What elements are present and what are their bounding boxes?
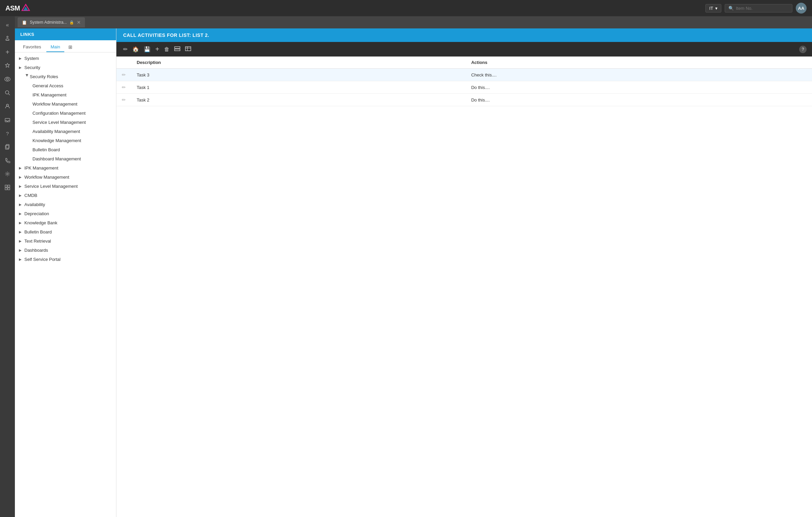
eye-icon[interactable] <box>1 73 14 85</box>
search-box: 🔍 <box>725 4 792 13</box>
app-logo[interactable]: ASM <box>5 4 30 13</box>
svg-rect-16 <box>8 188 10 190</box>
edit-icon[interactable]: ✏ <box>122 72 126 77</box>
search-input[interactable] <box>736 6 789 11</box>
search-rail-icon[interactable] <box>1 87 14 99</box>
tree-item-system[interactable]: ▶ System <box>15 54 116 63</box>
tree-item-depreciation[interactable]: ▶ Depreciation <box>15 209 116 218</box>
save-button[interactable]: 💾 <box>142 45 152 53</box>
inbox-icon[interactable] <box>1 114 14 126</box>
tree-item-general-access[interactable]: General Access <box>15 81 116 90</box>
tree-item-bulletin-board[interactable]: ▶ Bulletin Board <box>15 227 116 237</box>
arrow-icon: ▶ <box>19 66 24 69</box>
topbar-right: IT ▾ 🔍 AA <box>705 3 807 14</box>
tree-item-service-level-management[interactable]: ▶ Service Level Management <box>15 182 116 191</box>
svg-point-5 <box>6 78 8 80</box>
edit-icon[interactable]: ✏ <box>122 85 126 90</box>
toolbar: ✏ 🏠 💾 + 🗑 ? <box>116 42 812 57</box>
tree-item-text-retrieval[interactable]: ▶ Text Retrieval <box>15 237 116 246</box>
it-dropdown[interactable]: IT ▾ <box>705 4 721 13</box>
tree-item-cmdb[interactable]: ▶ CMDB <box>15 191 116 200</box>
arrow-icon: ▶ <box>19 230 24 234</box>
content-layout: LINKS Favorites Main ⊞ ▶ Syst <box>15 28 812 517</box>
table-row: ✏ Task 1 Do this.... <box>116 81 812 94</box>
tree-item-self-service-portal[interactable]: ▶ Self Service Portal <box>15 255 116 264</box>
collapse-icon[interactable]: « <box>1 19 14 31</box>
tree-item-ipk-management-sub[interactable]: IPK Management <box>15 90 116 99</box>
sidebar-header: LINKS <box>15 28 116 40</box>
main-area: 📋 System Administra... 🔒 ✕ LINKS Favorit… <box>15 16 812 517</box>
copy-icon[interactable] <box>1 141 14 153</box>
delete-button[interactable]: 🗑 <box>163 46 171 53</box>
svg-point-6 <box>5 91 9 94</box>
arrow-icon: ▶ <box>25 74 29 80</box>
tree-item-knowledge-bank[interactable]: ▶ Knowledge Bank <box>15 218 116 227</box>
arrow-icon: ▶ <box>19 212 24 216</box>
tree-item-security[interactable]: ▶ Security <box>15 63 116 72</box>
add-icon[interactable]: + <box>1 46 14 58</box>
tab-icon: 📋 <box>22 20 27 25</box>
row-edit-cell: ✏ <box>116 69 131 81</box>
tree-item-workflow-management-sub[interactable]: Workflow Management <box>15 99 116 109</box>
table-header-row: Description Actions <box>116 57 812 69</box>
tree-item-configuration-management[interactable]: Configuration Management <box>15 109 116 118</box>
svg-point-2 <box>7 36 8 38</box>
icon-rail: « + ? <box>0 16 15 517</box>
svg-rect-3 <box>6 40 9 41</box>
tree-item-bulletin-board-sub[interactable]: Bulletin Board <box>15 145 116 154</box>
svg-line-7 <box>8 94 10 95</box>
phone-icon[interactable] <box>1 154 14 166</box>
edit-icon[interactable]: ✏ <box>122 97 126 103</box>
row-edit-cell: ✏ <box>116 94 131 106</box>
tree-item-workflow-management[interactable]: ▶ Workflow Management <box>15 173 116 182</box>
person-icon[interactable] <box>1 100 14 112</box>
pin-icon[interactable] <box>1 60 14 72</box>
gear-icon[interactable] <box>1 168 14 180</box>
svg-rect-14 <box>8 185 10 187</box>
svg-rect-19 <box>185 47 191 51</box>
edit-tool-button[interactable]: ✏ <box>122 45 129 53</box>
tab-main[interactable]: Main <box>46 42 64 52</box>
tab-close-button[interactable]: ✕ <box>77 20 81 25</box>
arrow-icon: ▶ <box>19 184 24 188</box>
content-panel: CALL ACTIVITIES FOR LIST: LIST 2. ✏ 🏠 💾 … <box>116 28 812 517</box>
edit-col-header <box>116 57 131 69</box>
notifications-icon[interactable] <box>1 32 14 45</box>
svg-rect-17 <box>175 47 180 48</box>
row-description-cell: Task 2 <box>131 94 466 106</box>
arrow-icon: ▶ <box>19 203 24 206</box>
tree-item-service-level-management-sub[interactable]: Service Level Management <box>15 118 116 127</box>
tree-item-availability-management-sub[interactable]: Availability Management <box>15 127 116 136</box>
tree-item-dashboard-management[interactable]: Dashboard Management <box>15 154 116 163</box>
row-actions-cell: Do this.... <box>466 81 812 94</box>
help-button[interactable]: ? <box>799 46 807 53</box>
arrow-icon: ▶ <box>19 166 24 170</box>
security-roles-children: General Access IPK Management Workflow M… <box>15 81 116 163</box>
avatar[interactable]: AA <box>796 3 807 14</box>
tab-bar: 📋 System Administra... 🔒 ✕ <box>15 16 812 28</box>
system-admin-tab[interactable]: 📋 System Administra... 🔒 ✕ <box>18 17 85 27</box>
arrow-icon: ▶ <box>19 175 24 179</box>
question-icon[interactable]: ? <box>1 127 14 139</box>
logo-icon <box>21 4 30 13</box>
arrow-icon: ▶ <box>19 239 24 243</box>
tree-item-knowledge-management[interactable]: Knowledge Management <box>15 136 116 145</box>
row-actions-cell: Check this.... <box>466 69 812 81</box>
svg-rect-13 <box>5 185 7 187</box>
tab-favorites[interactable]: Favorites <box>19 42 45 52</box>
activities-table: Description Actions ✏ <box>116 57 812 106</box>
tree-item-security-roles[interactable]: ▶ Security Roles <box>15 72 116 81</box>
tab-grid-icon[interactable]: ⊞ <box>66 42 75 52</box>
data-table: Description Actions ✏ <box>116 57 812 517</box>
home-button[interactable]: 🏠 <box>131 45 140 53</box>
search-icon: 🔍 <box>728 6 734 11</box>
grid-icon[interactable] <box>1 181 14 194</box>
svg-point-4 <box>5 77 10 81</box>
expand-button[interactable] <box>173 46 182 53</box>
add-button[interactable]: + <box>154 45 161 54</box>
table-button[interactable] <box>184 46 193 53</box>
sidebar-tabs: Favorites Main ⊞ <box>15 40 116 52</box>
tree-item-availability[interactable]: ▶ Availability <box>15 200 116 209</box>
tree-item-dashboards[interactable]: ▶ Dashboards <box>15 246 116 255</box>
tree-item-ipk-management[interactable]: ▶ IPK Management <box>15 163 116 173</box>
